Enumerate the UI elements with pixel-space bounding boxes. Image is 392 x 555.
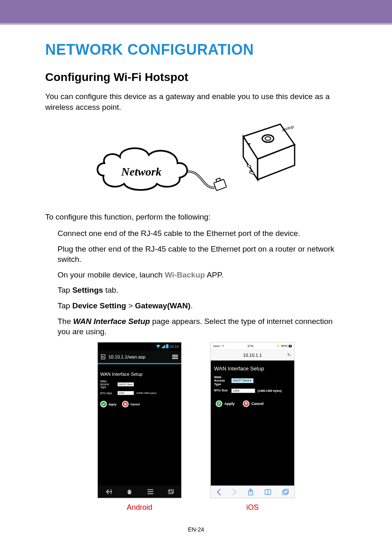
recent-icon[interactable]	[168, 489, 174, 494]
ios-url-bar[interactable]: 10.10.1.1 ↻	[211, 350, 294, 361]
android-select-access[interactable]: DHCP Client	[118, 382, 134, 386]
step-6-pre: The	[58, 317, 73, 326]
section-heading: Configuring Wi-Fi Hotspot	[45, 71, 347, 84]
cloud-label: Network	[121, 165, 161, 178]
forward-icon[interactable]	[232, 489, 237, 495]
ios-row-access: WAN Access Type DHCP Client ▾	[214, 376, 291, 386]
share-icon[interactable]	[248, 488, 254, 495]
wifi-icon	[156, 345, 160, 349]
ios-caption: iOS	[246, 503, 258, 512]
cross-icon: ✖	[122, 401, 129, 407]
svg-rect-17	[284, 489, 288, 493]
step-5-sep: >	[126, 301, 135, 310]
android-input-mtu[interactable]: 1454	[118, 391, 134, 395]
network-diagram-svg: Network apotop	[95, 118, 297, 204]
bookmarks-icon[interactable]	[265, 489, 271, 495]
ios-label-access: WAN Access Type	[214, 376, 229, 386]
step-6: The WAN Interface Setup page appears. Se…	[58, 316, 347, 337]
ios-url: 10.10.1.1	[243, 353, 262, 358]
settings-label: Settings	[72, 286, 103, 294]
step-4-pre: Tap	[58, 286, 72, 294]
ios-cancel-button[interactable]: ✖ Cancel	[243, 400, 264, 407]
android-screenshot: 18:18 10.10.1.1/wan.asp WAN Interface Se…	[97, 342, 182, 498]
device-setting-label: Device Setting	[72, 301, 126, 310]
step-5-post: .	[191, 301, 193, 310]
ios-apply-label: Apply	[224, 402, 235, 406]
svg-rect-16	[283, 490, 287, 495]
step-3-pre: On your mobile device, launch	[58, 271, 165, 279]
menu-lines-icon[interactable]	[172, 355, 178, 359]
android-cancel-button[interactable]: ✖ Cancel	[122, 401, 140, 407]
steps-list: Connect one end of the RJ-45 cable to th…	[45, 228, 347, 337]
check-icon: ✔	[100, 401, 107, 407]
ios-column: •••••○ ᯤ 3:51 ⚡ 96% ▮▮ 10.10.1.1 ↻ WAN I…	[210, 342, 295, 512]
signal-icon	[161, 345, 165, 349]
step-1: Connect one end of the RJ-45 cable to th…	[58, 228, 347, 239]
android-row-access: WAN Access Type DHCP Client	[100, 380, 179, 388]
menu-icon[interactable]	[148, 489, 153, 494]
ios-cancel-label: Cancel	[251, 402, 264, 406]
android-accent-bar	[98, 363, 181, 364]
android-url: 10.10.1.1/wan.asp	[108, 354, 169, 359]
ios-status-bar: •••••○ ᯤ 3:51 ⚡ 96% ▮▮	[211, 342, 294, 350]
wan-setup-label: WAN Interface Setup	[73, 317, 150, 326]
ios-input-mtu[interactable]: 1454	[231, 388, 255, 393]
android-status-bar: 18:18	[98, 342, 181, 351]
step-2: Plug the other end of the RJ-45 cable to…	[58, 244, 347, 265]
refresh-icon[interactable]: ↻	[287, 352, 291, 358]
ios-status-time: 3:51	[247, 344, 254, 348]
android-time: 18:18	[169, 345, 179, 349]
step-4-post: tab.	[103, 286, 118, 294]
svg-rect-9	[167, 344, 168, 345]
ios-nav-bar	[211, 486, 294, 498]
ios-body: WAN Interface Setup WAN Access Type DHCP…	[211, 361, 294, 486]
network-figure: Network apotop	[45, 118, 347, 204]
ios-apply-button[interactable]: ✔ Apply	[216, 400, 235, 407]
step-3: On your mobile device, launch Wi-Backup …	[58, 270, 347, 280]
tabs-icon[interactable]	[282, 489, 289, 495]
ios-hint-mtu: (1400-1492 bytes)	[258, 389, 281, 392]
ios-label-mtu: MTU Size	[214, 389, 229, 392]
svg-rect-11	[168, 490, 172, 494]
android-hint-mtu: (1400-1492 bytes)	[136, 392, 157, 394]
page-content: NETWORK CONFIGURATION Configuring Wi-Fi …	[0, 25, 392, 512]
android-url-bar[interactable]: 10.10.1.1/wan.asp	[98, 351, 181, 363]
battery-icon	[166, 344, 168, 349]
ios-buttons: ✔ Apply ✖ Cancel	[216, 400, 291, 407]
page-number: EN-24	[0, 526, 392, 533]
page-icon	[101, 354, 105, 359]
ios-screenshot: •••••○ ᯤ 3:51 ⚡ 96% ▮▮ 10.10.1.1 ↻ WAN I…	[210, 342, 295, 498]
android-column: 18:18 10.10.1.1/wan.asp WAN Interface Se…	[97, 342, 182, 512]
android-body: WAN Interface Setup WAN Access Type DHCP…	[98, 368, 181, 486]
intro-paragraph: You can configure this device as a gatew…	[45, 91, 347, 112]
page-title: NETWORK CONFIGURATION	[45, 41, 347, 58]
android-row-mtu: MTU Size 1454 (1400-1492 bytes)	[100, 391, 179, 395]
ios-status-left: •••••○ ᯤ	[213, 344, 225, 348]
back-icon[interactable]	[217, 489, 221, 495]
android-caption: Android	[127, 503, 152, 512]
svg-rect-12	[169, 489, 173, 493]
cross-icon: ✖	[243, 400, 249, 407]
android-apply-button[interactable]: ✔ Apply	[100, 401, 116, 407]
svg-text:apotop: apotop	[281, 124, 295, 132]
svg-rect-8	[166, 345, 168, 348]
step-3-post: APP.	[205, 271, 224, 279]
step-4: Tap Settings tab.	[58, 285, 347, 296]
ios-section-title: WAN Interface Setup	[214, 365, 291, 372]
screenshots-row: 18:18 10.10.1.1/wan.asp WAN Interface Se…	[45, 342, 347, 512]
android-label-access: WAN Access Type	[100, 380, 115, 388]
back-icon[interactable]	[105, 489, 112, 495]
ios-select-access[interactable]: DHCP Client ▾	[231, 378, 254, 383]
svg-point-6	[249, 143, 251, 145]
android-buttons: ✔ Apply ✖ Cancel	[100, 401, 179, 407]
android-apply-label: Apply	[108, 403, 116, 406]
android-cancel-label: Cancel	[130, 403, 140, 406]
gateway-wan-label: Gateway(WAN)	[135, 301, 191, 310]
home-icon[interactable]	[127, 489, 132, 495]
app-name: Wi-Backup	[165, 271, 205, 279]
ios-status-right: ⚡ 96% ▮▮	[276, 344, 292, 348]
android-label-mtu: MTU Size	[100, 392, 115, 395]
android-nav-bar	[98, 486, 181, 498]
step-5: Tap Device Setting > Gateway(WAN).	[58, 301, 347, 311]
lead-text: To configure this function, perform the …	[45, 212, 347, 222]
